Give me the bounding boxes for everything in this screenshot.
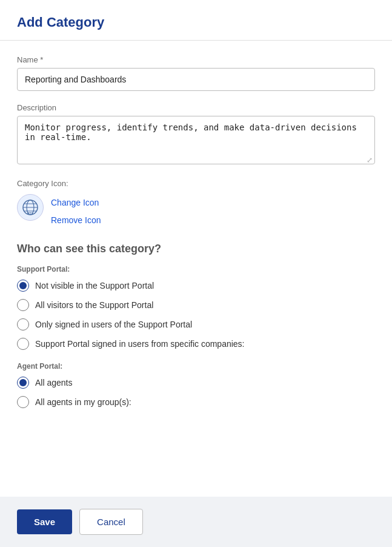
visibility-section: Who can see this category? Support Porta… <box>17 243 375 408</box>
textarea-wrapper: Monitor progress, identify trends, and m… <box>17 116 375 167</box>
icon-preview: RTX <box>17 194 44 221</box>
agent-portal-group: Agent Portal: All agents All agents in m… <box>17 362 375 408</box>
agent-option-2[interactable]: All agents in my group(s): <box>17 396 375 408</box>
support-radio-4[interactable] <box>17 338 29 350</box>
page-title: Add Category <box>17 15 375 30</box>
page-header: Add Category <box>0 0 392 41</box>
support-option-4[interactable]: Support Portal signed in users from spec… <box>17 338 375 350</box>
icon-actions: Change Icon Remove Icon <box>51 194 101 228</box>
name-input[interactable] <box>17 68 375 91</box>
resize-icon: ⤢ <box>367 156 373 164</box>
agent-radio-1[interactable] <box>17 377 29 389</box>
svg-text:RTX: RTX <box>27 212 34 215</box>
support-option-1[interactable]: Not visible in the Support Portal <box>17 280 375 292</box>
agent-option-1-label: All agents <box>35 378 72 388</box>
name-field-group: Name * <box>17 55 375 91</box>
remove-icon-button[interactable]: Remove Icon <box>51 213 101 228</box>
support-portal-group: Support Portal: Not visible in the Suppo… <box>17 265 375 350</box>
support-option-3[interactable]: Only signed in users of the Support Port… <box>17 318 375 331</box>
save-button[interactable]: Save <box>17 509 72 534</box>
description-input[interactable]: Monitor progress, identify trends, and m… <box>17 116 375 164</box>
agent-option-2-label: All agents in my group(s): <box>35 397 131 407</box>
support-option-1-label: Not visible in the Support Portal <box>35 281 154 290</box>
form-footer: Save Cancel <box>0 497 392 547</box>
support-option-4-label: Support Portal signed in users from spec… <box>35 339 245 349</box>
support-radio-3[interactable] <box>17 318 29 331</box>
agent-portal-label: Agent Portal: <box>17 362 375 371</box>
change-icon-button[interactable]: Change Icon <box>51 195 101 210</box>
description-label: Description <box>17 103 375 112</box>
cancel-button[interactable]: Cancel <box>79 509 143 535</box>
visibility-question: Who can see this category? <box>17 243 375 255</box>
icon-row: RTX Change Icon Remove Icon <box>17 194 375 228</box>
form-body: Name * Description Monitor progress, ide… <box>0 41 392 497</box>
agent-radio-2[interactable] <box>17 396 29 408</box>
name-label: Name * <box>17 55 375 64</box>
support-radio-1[interactable] <box>17 280 29 292</box>
category-icon-label: Category Icon: <box>17 179 375 188</box>
support-portal-label: Support Portal: <box>17 265 375 274</box>
description-field-group: Description Monitor progress, identify t… <box>17 103 375 167</box>
support-radio-2[interactable] <box>17 299 29 311</box>
support-option-2[interactable]: All visitors to the Support Portal <box>17 299 375 311</box>
agent-option-1[interactable]: All agents <box>17 377 375 389</box>
category-icon-section: Category Icon: RTX Change Icon Remov <box>17 179 375 228</box>
support-option-2-label: All visitors to the Support Portal <box>35 300 153 310</box>
support-option-3-label: Only signed in users of the Support Port… <box>35 320 192 329</box>
